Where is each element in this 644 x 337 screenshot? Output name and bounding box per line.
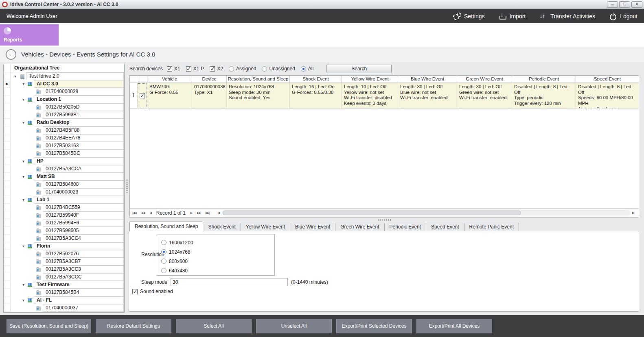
minimize-button[interactable]: [607, 1, 618, 8]
tree-item[interactable]: ▶ ▾ 00127B502076: [4, 250, 124, 258]
tree-expander-icon[interactable]: ▾: [22, 98, 27, 102]
tree-item[interactable]: ▶ ▾ 00127B5A3CCC: [4, 273, 124, 281]
column-header[interactable]: Vehicle: [147, 76, 192, 83]
tree-item[interactable]: ▶ ▾ Al CC 3.0: [4, 80, 124, 88]
search-button[interactable]: Search: [326, 65, 392, 73]
last-record-button[interactable]: [203, 211, 212, 215]
back-button[interactable]: [6, 49, 16, 60]
tree-item[interactable]: ▶ ▾ Lab 1: [4, 196, 124, 204]
column-header[interactable]: Resolution, Sound and Sleep: [227, 76, 290, 83]
tree-item[interactable]: ▶ ▾ 00127B5993B1: [4, 111, 124, 119]
sound-enabled-checkbox[interactable]: [132, 289, 138, 294]
assignment-filter-radio[interactable]: Unassigned: [262, 66, 295, 72]
tree-item[interactable]: ▶ ▾ 00127B599505: [4, 227, 124, 235]
column-header[interactable]: Shock Event: [290, 76, 342, 83]
tree-expander-icon[interactable]: ▾: [22, 283, 27, 287]
tree-item[interactable]: ▶ ▾ 00127B5A3CC4: [4, 235, 124, 242]
tree-expander-icon[interactable]: ▾: [22, 82, 27, 86]
tree-expander-icon[interactable]: ▾: [22, 198, 27, 202]
scroll-right-icon[interactable]: ▶: [631, 211, 636, 215]
prev-record-button[interactable]: [147, 211, 153, 215]
resolution-radio[interactable]: 1024x768: [161, 247, 269, 257]
tree-expander-icon[interactable]: ▾: [22, 175, 27, 179]
tree-item[interactable]: ▶ ▾ 00127B4EEA78: [4, 134, 124, 142]
top-action-button[interactable]: Transfer Activities: [539, 13, 595, 20]
tree-item[interactable]: ▶ ▾ 00127B5A3CB7: [4, 258, 124, 265]
scrollbar-thumb[interactable]: [223, 211, 521, 215]
detail-tab[interactable]: Resolution, Sound and Sleep: [129, 222, 203, 231]
tree-item[interactable]: ▶ ▾ 00127B5845B4: [4, 289, 124, 296]
detail-tab[interactable]: Blue Wire Event: [290, 223, 335, 231]
footer-action-button[interactable]: Select All: [176, 319, 252, 333]
detail-tab[interactable]: Periodic Event: [385, 223, 426, 231]
scroll-left-icon[interactable]: ◀: [216, 211, 222, 215]
column-header[interactable]: Periodic Event: [512, 76, 576, 83]
resolution-radio[interactable]: 640x480: [161, 266, 269, 275]
tree-item[interactable]: ▶ ▾ 00127B5A3CCA: [4, 165, 124, 173]
top-action-button[interactable]: Import: [499, 13, 526, 20]
sound-enabled-row[interactable]: Sound enabled: [132, 289, 173, 294]
tree-item[interactable]: ▶ ▾ Florin: [4, 242, 124, 250]
assignment-filter-radio[interactable]: Assigned: [229, 66, 256, 72]
column-header[interactable]: Yellow Wire Event: [342, 76, 398, 83]
tree-item[interactable]: ▶ ▾ Location 1: [4, 96, 124, 103]
close-button[interactable]: [631, 1, 642, 8]
tree-expander-icon[interactable]: ▾: [22, 244, 27, 248]
column-header[interactable]: Device: [192, 76, 227, 83]
first-record-button[interactable]: [130, 211, 139, 215]
top-action-button[interactable]: Settings: [453, 13, 485, 20]
detail-tab[interactable]: Green Wire Event: [335, 223, 384, 231]
tree-item[interactable]: ▶ ▾ Test Firmware: [4, 281, 124, 289]
tree-item[interactable]: ▶ ▾ Radu Desktop: [4, 119, 124, 126]
maximize-button[interactable]: [619, 1, 630, 8]
tree-item[interactable]: ▶ ▾ 00127B503163: [4, 142, 124, 150]
column-header[interactable]: Speed Event: [576, 76, 639, 83]
detail-tab[interactable]: Speed Event: [426, 223, 464, 231]
tree-item[interactable]: ▶ ▾ 00127B59940F: [4, 211, 124, 219]
column-header[interactable]: Green Wire Event: [457, 76, 512, 83]
module-tab[interactable]: Reports: [0, 24, 59, 46]
detail-tab[interactable]: Yellow Wire Event: [241, 223, 290, 231]
resolution-radio[interactable]: 800x600: [161, 257, 269, 266]
tree-item[interactable]: ▶ ▾ 00127B4BC559: [4, 204, 124, 211]
device-type-checkbox[interactable]: X1-P: [186, 66, 204, 72]
horizontal-scrollbar[interactable]: ◀ ▶: [216, 210, 636, 216]
tree-item[interactable]: ▶ ▾ HP: [4, 157, 124, 165]
vertical-splitter[interactable]: [126, 179, 128, 193]
detail-tab[interactable]: Remote Panic Event: [464, 223, 519, 231]
prev-page-button[interactable]: [139, 211, 147, 215]
tree-item[interactable]: ▶ ▾ 017040000037: [4, 304, 124, 312]
footer-action-button[interactable]: Unselect All: [256, 319, 332, 333]
scrollbar-track[interactable]: [222, 210, 631, 215]
tree-item[interactable]: ▶ ▾ 00127B5845BC: [4, 150, 124, 157]
footer-action-button[interactable]: Restore Default Settings: [96, 319, 171, 333]
next-record-button[interactable]: [188, 211, 195, 215]
tree-item[interactable]: ▶ ▾ 00127B584608: [4, 180, 124, 188]
column-header[interactable]: Blue Wire Event: [398, 76, 457, 83]
tree-item[interactable]: ▶ ▾ Al - FL: [4, 296, 124, 304]
tree-expander-icon[interactable]: ▾: [14, 74, 19, 78]
tree-expander-icon[interactable]: ▾: [22, 298, 27, 302]
top-action-button[interactable]: Logout: [609, 13, 637, 20]
device-row[interactable]: I BMW740i G-Force: 0.55 017040000038 Typ…: [130, 83, 639, 109]
tree-item[interactable]: ▶ ▾ 00127B5A3CC3: [4, 265, 124, 273]
tree-expander-icon[interactable]: ▾: [22, 159, 27, 163]
tree-item[interactable]: ▶ ▾ Test Idrive 2.0: [4, 72, 124, 80]
assignment-filter-radio[interactable]: All: [301, 66, 313, 72]
tree-expander-icon[interactable]: ▾: [22, 121, 27, 125]
next-page-button[interactable]: [195, 211, 203, 215]
resolution-radio[interactable]: 1600x1200: [161, 238, 269, 247]
tree-item[interactable]: ▶ ▾ 00127B4B5F88: [4, 126, 124, 134]
horizontal-splitter[interactable]: [378, 219, 392, 221]
footer-action-button[interactable]: Export/Print Selected Devices: [336, 319, 412, 333]
device-type-checkbox[interactable]: X2: [210, 66, 223, 72]
sleep-mode-input[interactable]: [171, 278, 288, 286]
tree-item[interactable]: ▶ ▾ Matt SB: [4, 173, 124, 180]
tree-item[interactable]: ▶ ▾ 00127B50205D: [4, 103, 124, 111]
device-type-checkbox[interactable]: X1: [167, 66, 180, 72]
detail-tab[interactable]: Shock Event: [203, 223, 241, 231]
tree-item[interactable]: ▶ ▾ 017040000038: [4, 88, 124, 96]
grid-row-checkbox[interactable]: [137, 83, 147, 109]
tree-item[interactable]: ▶ ▾ 017040000023: [4, 188, 124, 196]
footer-action-button[interactable]: Save (Resolution, Sound and Sleep): [7, 319, 91, 333]
